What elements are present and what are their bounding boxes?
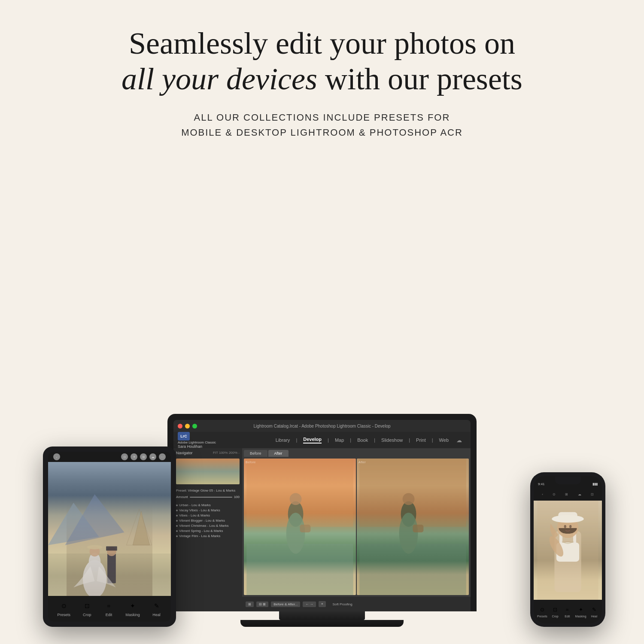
bullet: [176, 504, 178, 506]
headline: Seamlessly edit your photos on all your …: [122, 26, 522, 97]
tablet-status-bar: ‹ ⊙ ☀ ⊞ ☁ ⋯: [48, 452, 171, 462]
traffic-light-yellow[interactable]: [185, 424, 190, 428]
lr-nav-controls: FIT 100% 200% -: [213, 451, 240, 455]
tablet-tool-masking[interactable]: ✦ Masking: [125, 601, 140, 617]
lr-logo: LrC: [178, 432, 190, 440]
lr-tab-book[interactable]: Book: [357, 437, 368, 443]
svg-rect-19: [300, 525, 311, 532]
lr-nav-tabs: Library | Develop | Map | Book | Slidesh…: [276, 437, 462, 444]
traffic-light-green[interactable]: [192, 424, 197, 428]
bullet: [176, 515, 178, 516]
subtitle-line2: MOBILE & DESKTOP LIGHTROOM & PHOTOSHOP A…: [181, 125, 463, 140]
lr-preset-vibes[interactable]: Vibes - Lou & Marks: [176, 513, 240, 517]
lr-bottom-bar: ⊞ ⊟ ⊠ Before & After... ← → ⌖ Soft Proof…: [242, 597, 471, 611]
lr-image-area: Before: [242, 457, 471, 597]
masking-label: Masking: [125, 613, 140, 617]
lr-amount-slider[interactable]: [190, 497, 232, 498]
phone-tool-crop[interactable]: ⊡ Crop: [551, 605, 559, 618]
tablet-wedding-photo: [48, 462, 171, 596]
tablet-image-area: [48, 462, 171, 596]
lr-logo-area: LrC Adobe Lightroom Classic Sara Houliha…: [178, 432, 216, 449]
lr-preset-vibrant-blogger[interactable]: Vibrant Blogger - Lou & Marks: [176, 519, 240, 522]
lr-tab-print[interactable]: Print: [416, 437, 426, 443]
tablet-icon-3[interactable]: ⊞: [140, 453, 147, 460]
page-wrapper: Seamlessly edit your photos on all your …: [0, 0, 644, 644]
tablet-icon-5[interactable]: ⋯: [159, 453, 166, 460]
tablet-back-icon[interactable]: ‹: [53, 453, 60, 460]
svg-rect-22: [359, 544, 466, 595]
heal-icon: ✎: [152, 601, 162, 611]
svg-point-17: [290, 493, 302, 505]
phone-lr-back[interactable]: ‹: [542, 492, 543, 496]
lr-tab-web[interactable]: Web: [439, 437, 449, 443]
phone-tool-edit[interactable]: ≡ Edit: [563, 605, 571, 618]
lr-tab-slideshow[interactable]: Slideshow: [381, 437, 403, 443]
tablet-icon-4[interactable]: ☁: [149, 453, 156, 460]
phone-edit-icon: ≡: [563, 605, 571, 614]
phone-lr-icon3[interactable]: ☁: [578, 492, 581, 496]
phone-lr-icon4[interactable]: ⊡: [591, 492, 594, 496]
tablet-tool-heal[interactable]: ✎ Heal: [152, 601, 162, 617]
lr-after-panel: After: [357, 459, 469, 595]
tablet-tool-edit[interactable]: ≡ Edit: [103, 601, 114, 617]
lr-navigator-preview: [176, 459, 240, 484]
laptop-stand: [279, 611, 365, 620]
svg-point-37: [564, 525, 566, 528]
svg-marker-11: [133, 511, 149, 545]
subtitle: ALL OUR COLLECTIONS INCLUDE PRESETS FOR …: [181, 110, 463, 140]
bullet: [176, 535, 178, 537]
lr-zoom[interactable]: ⌖: [319, 601, 326, 607]
lr-tab-map[interactable]: Map: [335, 437, 344, 443]
lr-navigator-header: Navigator FIT 100% 200% -: [176, 451, 240, 455]
lr-preset-urban[interactable]: Urban - Lou & Marks: [176, 503, 240, 507]
lr-amount-text: Amount: [176, 495, 188, 499]
masking-icon: ✦: [128, 601, 138, 611]
lr-grid-btn-2[interactable]: ⊟ ⊠: [256, 601, 268, 607]
svg-point-25: [399, 513, 418, 553]
phone-lr-icon2[interactable]: ⊞: [565, 492, 568, 496]
tablet-icon-1[interactable]: ⊙: [121, 453, 128, 460]
lr-preset-vintage-film[interactable]: Vintage Film - Lou & Marks: [176, 534, 240, 538]
presets-label: Presets: [57, 613, 70, 617]
phone-crop-icon: ⊡: [551, 605, 559, 614]
svg-point-24: [403, 493, 415, 505]
edit-label: Edit: [106, 613, 112, 617]
lr-tab-library[interactable]: Library: [276, 437, 290, 443]
lr-preset-vacay[interactable]: Vacay Vibes - Lou & Marks: [176, 508, 240, 512]
phone-lr-icon1[interactable]: ⊙: [553, 492, 556, 496]
svg-rect-3: [48, 553, 171, 596]
phone-tool-heal[interactable]: ✎ Heal: [590, 605, 598, 618]
laptop-base: [240, 620, 404, 627]
headline-line2: all your devices with our presets: [122, 61, 522, 97]
phone-outer: 9:41 ▮▮▮ ‹ ⊙ ⊞ ☁ ⊡: [530, 472, 605, 627]
subtitle-line1: ALL OUR COLLECTIONS INCLUDE PRESETS FOR: [181, 110, 463, 125]
svg-marker-12: [126, 509, 152, 545]
svg-rect-8: [107, 553, 116, 583]
lr-preset-list: Urban - Lou & Marks Vacay Vibes - Lou & …: [176, 503, 240, 538]
phone-container: 9:41 ▮▮▮ ‹ ⊙ ⊞ ☁ ⊡: [530, 472, 605, 627]
phone-time: 9:41: [538, 482, 545, 486]
svg-point-4: [83, 560, 106, 596]
phone-tool-presets[interactable]: ⊙ Presets: [537, 605, 547, 618]
lr-preset-vibrant-xmas[interactable]: Vibrant Christmas - Lou & Marks: [176, 524, 240, 528]
headline-italic: all your devices: [122, 62, 317, 96]
phone-masking-icon: ✦: [577, 605, 585, 614]
lr-before-after-btn[interactable]: Before & After...: [271, 601, 300, 607]
traffic-light-red[interactable]: [178, 424, 182, 428]
tablet-tool-presets[interactable]: ⊙ Presets: [57, 601, 70, 617]
lr-preset-vibrant-spring[interactable]: Vibrant Spring - Lou & Marks: [176, 529, 240, 533]
phone-toolbar: ⊙ Presets ⊡ Crop ≡ Edit ✦: [534, 600, 602, 623]
lr-arrows[interactable]: ← →: [303, 601, 316, 607]
tablet-icon-2[interactable]: ☀: [131, 453, 137, 460]
window-title: Lightroom Catalog.lrcat - Adobe Photosho…: [253, 424, 390, 428]
phone-tool-masking[interactable]: ✦ Masking: [575, 605, 586, 618]
lr-tab-before[interactable]: Before: [244, 450, 267, 457]
lr-tab-develop[interactable]: Develop: [303, 437, 322, 444]
lr-navigator-label: Navigator: [176, 451, 193, 455]
crop-label: Crop: [83, 613, 91, 617]
lr-grid-btn-1[interactable]: ⊞: [246, 601, 254, 607]
tablet-tool-crop[interactable]: ⊡ Crop: [82, 601, 92, 617]
lr-preview-img: [176, 459, 240, 484]
heal-label: Heal: [152, 613, 161, 617]
lr-tab-after[interactable]: After: [268, 450, 289, 457]
